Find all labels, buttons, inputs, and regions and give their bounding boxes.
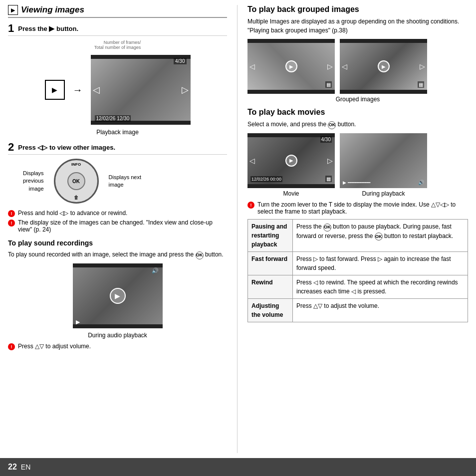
movie-icon: ▦	[325, 176, 332, 182]
table-content-pause: Press the OK button to pause playback. D…	[293, 219, 468, 251]
movies-body: Select a movie, and press the OK button.	[247, 120, 468, 129]
playback-caption: Playback image	[8, 129, 227, 136]
page-footer: 22 EN	[0, 458, 476, 476]
volume-note-text: Press △▽ to adjust volume.	[18, 343, 91, 350]
playback-button[interactable]: ▶	[45, 80, 65, 100]
main-content: ▶ Viewing images 1 Press the ▶ button. N…	[0, 0, 476, 458]
audio-img-wrapper: ▶ 🔊 ▶ During audio playback	[8, 263, 227, 339]
note-icon-2: !	[8, 220, 15, 227]
table-header-rewind: Rewind	[248, 275, 293, 298]
movies-title: To play back movies	[247, 108, 468, 117]
page-language: EN	[21, 463, 30, 471]
table-content-rewind: Press ◁ to rewind. The speed at which th…	[293, 275, 468, 298]
audio-playback-image: ▶ 🔊 ▶	[73, 263, 163, 328]
movie-nav-next[interactable]: ▷	[327, 157, 333, 165]
movie-volume-icon: 🔊	[418, 180, 424, 185]
grouped-img-icon-2: ▦	[418, 81, 424, 88]
grouped-nav-next-1[interactable]: ▷	[327, 62, 333, 70]
step-1-label: Press the ▶ button.	[18, 24, 78, 32]
note-1: ! Press and hold ◁▷ to advance or rewind…	[8, 210, 227, 217]
grouped-play-icon-2: ▶	[378, 60, 390, 72]
page: ▶ Viewing images 1 Press the ▶ button. N…	[0, 0, 476, 476]
table-header-fastforward: Fast forward	[248, 251, 293, 275]
movie-play-icon: ▶	[285, 155, 297, 167]
playback-image-container: 4/30 12/02/26 12/30 ◁ ▷	[91, 55, 191, 125]
step-1: 1 Press the ▶ button. Number of frames/ …	[8, 23, 227, 136]
table-header-volume: Adjusting the volume	[248, 298, 293, 322]
playback-table: Pausing and restarting playback Press th…	[247, 219, 468, 322]
note-text-2: The display size of the images can be ch…	[18, 219, 227, 233]
title-icon: ▶	[8, 5, 18, 15]
grouped-title: To play back grouped images	[247, 5, 468, 14]
grouped-play-icon-1: ▶	[285, 60, 297, 72]
right-column: To play back grouped images Multiple Ima…	[238, 5, 468, 453]
volume-note-icon: !	[8, 343, 15, 350]
ok-pause: OK	[323, 224, 331, 232]
movies-row: ▶ ◁ ▷ 4/30 12/02/26 00:00 ▦ ▶ ━━━━━━━━━ …	[247, 133, 468, 188]
audio-caption: During audio playback	[8, 332, 227, 339]
ok-restart: OK	[375, 233, 383, 240]
left-column: ▶ Viewing images 1 Press the ▶ button. N…	[8, 5, 238, 453]
nav-wheel[interactable]: INFO OK 🗑	[54, 159, 99, 204]
play-indicator: ▶	[76, 319, 80, 325]
movie-date-overlay: 12/02/26 00:00	[250, 176, 282, 182]
grouped-caption: Grouped images	[247, 96, 468, 103]
table-header-pause: Pausing and restarting playback	[248, 219, 293, 251]
grouped-nav-prev-2[interactable]: ◁	[342, 62, 347, 70]
table-content-fastforward: Press ▷ to fast forward. Press ▷ again t…	[293, 251, 468, 275]
table-row-fastforward: Fast forward Press ▷ to fast forward. Pr…	[248, 251, 468, 275]
table-content-volume: Press △▽ to adjust the volume.	[293, 298, 468, 322]
movie-caption-1: Movie	[247, 190, 335, 197]
grouped-body: Multiple Images are displayed as a group…	[247, 17, 468, 35]
grouped-image-2: ▶ ◁ ▷ ▦	[340, 39, 427, 94]
movie-image-2: ▶ ━━━━━━━━━ 🔊	[340, 133, 427, 188]
nav-wheel-container: Displayspreviousimage INFO OK 🗑 Displays…	[23, 159, 227, 204]
section-title-text: Viewing images	[21, 5, 84, 15]
step-1-header: 1 Press the ▶ button.	[8, 23, 227, 36]
movie-playback-bar: ▶ ━━━━━━━━━	[343, 180, 370, 185]
frame-counter-overlay: 4/30	[174, 58, 186, 64]
step-2: 2 Press ◁▷ to view other images. Display…	[8, 142, 227, 204]
movie-frame-counter: 4/30	[320, 136, 332, 143]
audio-icon: 🔊	[152, 267, 159, 274]
nav-next-arrow[interactable]: ▷	[182, 84, 189, 95]
grouped-images-row: ▶ ◁ ▷ ▦ ▶ ◁ ▷ ▦	[247, 39, 468, 94]
movie-caption-2: During playback	[340, 190, 427, 197]
grouped-nav-next-2[interactable]: ▷	[420, 62, 425, 70]
ok-text: OK	[72, 179, 80, 184]
step-2-number: 2	[8, 142, 14, 153]
nav-prev-label: Displayspreviousimage	[23, 170, 44, 193]
note-icon-1: !	[8, 210, 15, 217]
movie-note-icon: !	[247, 202, 254, 209]
frame-label: Number of frames/ Total number of images	[94, 40, 141, 50]
page-number: 22	[8, 463, 17, 472]
movie-note: ! Turn the zoom lever to the T side to d…	[247, 201, 468, 215]
step-1-content: Number of frames/ Total number of images	[8, 40, 227, 51]
grouped-nav-prev-1[interactable]: ◁	[249, 62, 255, 70]
section-title: ▶ Viewing images	[8, 5, 227, 18]
table-row-rewind: Rewind Press ◁ to rewind. The speed at w…	[248, 275, 468, 298]
nav-prev-arrow[interactable]: ◁	[93, 84, 100, 95]
playback-icon: ▶	[52, 86, 57, 94]
sound-section-title: To play sound recordings	[8, 239, 227, 247]
movie-note-text: Turn the zoom lever to the T side to dis…	[257, 201, 468, 215]
nav-next-label: Displays nextimage	[109, 174, 141, 189]
info-label: INFO	[71, 162, 81, 167]
play-circle-icon: ▶	[110, 288, 126, 304]
note-text-1: Press and hold ◁▷ to advance or rewind.	[18, 210, 127, 217]
table-row-volume: Adjusting the volume Press △▽ to adjust …	[248, 298, 468, 322]
table-row-pause: Pausing and restarting playback Press th…	[248, 219, 468, 251]
movie-nav-prev[interactable]: ◁	[249, 157, 255, 165]
step-1-number: 1	[8, 23, 14, 34]
volume-note: ! Press △▽ to adjust volume.	[8, 343, 227, 350]
note-2: ! The display size of the images can be …	[8, 219, 227, 233]
playback-image: 4/30 12/02/26 12/30 ◁ ▷	[91, 55, 191, 125]
step-2-header: 2 Press ◁▷ to view other images.	[8, 142, 227, 155]
date-overlay: 12/02/26 12/30	[95, 115, 131, 122]
movie-captions-row: Movie During playback	[247, 190, 468, 197]
movie-image-1: ▶ ◁ ▷ 4/30 12/02/26 00:00 ▦	[247, 133, 335, 188]
sound-section-body: To play sound recorded with an image, se…	[8, 250, 227, 259]
grouped-img-icon-1: ▦	[325, 81, 332, 88]
ok-button[interactable]: OK	[67, 172, 85, 190]
ok-inline-2: OK	[328, 121, 336, 129]
